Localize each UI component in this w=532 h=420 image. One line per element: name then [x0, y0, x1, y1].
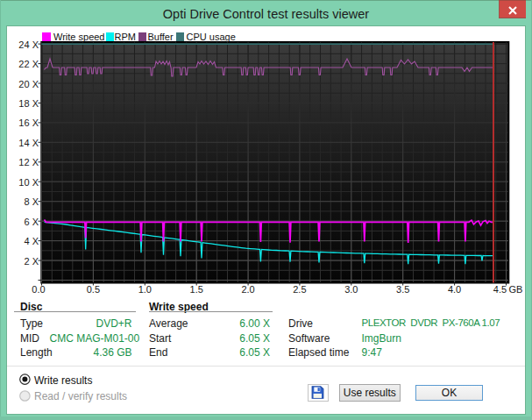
svg-text:18 X: 18 X: [18, 98, 39, 109]
svg-text:14 X: 14 X: [18, 138, 39, 148]
svg-text:10 X: 10 X: [18, 177, 39, 188]
svg-text:20 X: 20 X: [18, 79, 39, 89]
svg-text:22 X: 22 X: [18, 59, 39, 69]
svg-text:24 X: 24 X: [18, 39, 39, 50]
svg-text:6 X: 6 X: [24, 217, 39, 227]
svg-text:1.0: 1.0: [138, 284, 152, 295]
svg-text:16 X: 16 X: [18, 117, 39, 128]
svg-text:0.5: 0.5: [87, 284, 100, 295]
svg-text:2 X: 2 X: [24, 256, 39, 267]
svg-text:0.0: 0.0: [32, 284, 45, 295]
svg-text:12 X: 12 X: [18, 157, 39, 167]
svg-text:GB: GB: [509, 284, 523, 295]
svg-text:4.5: 4.5: [493, 284, 507, 295]
svg-text:4.0: 4.0: [448, 284, 461, 295]
svg-text:2.0: 2.0: [241, 284, 254, 295]
svg-text:3.0: 3.0: [344, 284, 358, 295]
svg-text:3.5: 3.5: [396, 284, 409, 295]
svg-text:2.5: 2.5: [293, 284, 306, 295]
svg-text:1.5: 1.5: [190, 284, 203, 295]
svg-text:8 X: 8 X: [24, 196, 39, 207]
svg-text:4 X: 4 X: [24, 236, 39, 246]
